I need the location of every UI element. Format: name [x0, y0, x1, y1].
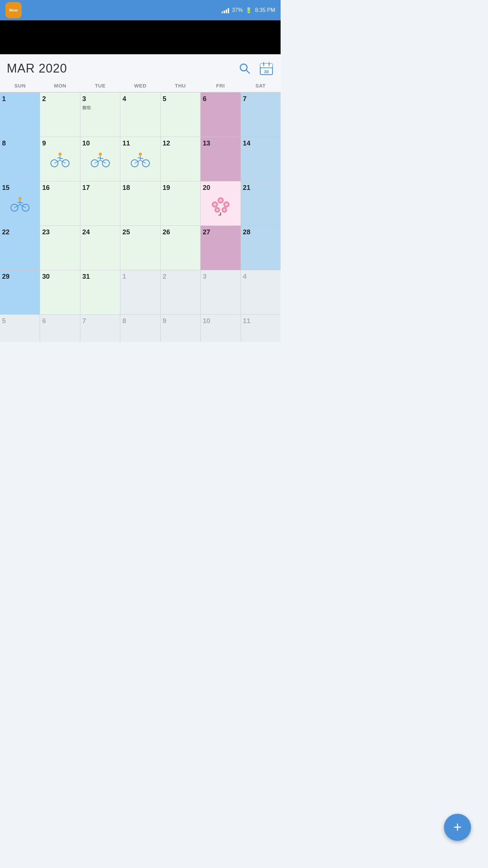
day-header-sat: SAT — [241, 79, 281, 92]
day-header-mon: MON — [40, 79, 80, 92]
day-header-thu: THU — [160, 79, 200, 92]
month-year-title: MAR 2020 — [7, 61, 67, 76]
cell-mar-1[interactable]: 1 — [0, 93, 40, 137]
cell-mar-2[interactable]: 2 — [40, 93, 80, 137]
today-button[interactable]: 30 — [259, 61, 274, 76]
cell-mar-8[interactable]: 8 — [0, 137, 40, 181]
cell-apr-9[interactable]: 9 — [161, 315, 200, 342]
svg-point-43 — [216, 209, 219, 211]
week-4: 22 23 24 25 26 27 28 — [0, 226, 281, 270]
svg-line-47 — [217, 214, 221, 216]
cell-apr-4[interactable]: 4 — [241, 270, 281, 314]
status-right: 37% 🔋 8:35 PM — [222, 7, 275, 14]
cell-mar-11[interactable]: 11 — [120, 137, 160, 181]
svg-point-24 — [139, 153, 142, 156]
black-banner — [0, 20, 281, 54]
day-header-wed: WED — [120, 79, 160, 92]
cell-mar-17[interactable]: 17 — [80, 181, 120, 225]
time-display: 8:35 PM — [255, 7, 275, 13]
day-header-tue: TUE — [80, 79, 120, 92]
svg-point-41 — [225, 203, 228, 206]
svg-line-1 — [246, 70, 249, 73]
cell-mar-13[interactable]: 13 — [201, 137, 240, 181]
day-header-sun: SUN — [0, 79, 40, 92]
sakura-event-20 — [203, 194, 238, 216]
cell-mar-31[interactable]: 31 — [80, 270, 120, 314]
cell-mar-10[interactable]: 10 — [80, 137, 120, 181]
cell-mar-3[interactable]: 3 雛祭 — [80, 93, 120, 137]
cell-mar-20[interactable]: 20 — [201, 181, 240, 225]
cell-mar-18[interactable]: 18 — [120, 181, 160, 225]
cell-mar-27[interactable]: 27 — [201, 226, 240, 270]
svg-point-37 — [219, 199, 222, 202]
calendar-header: MAR 2020 30 — [0, 54, 281, 79]
week-2: 8 9 10 — [0, 137, 281, 181]
cell-mar-19[interactable]: 19 — [161, 181, 200, 225]
cell-apr-1[interactable]: 1 — [120, 270, 160, 314]
cell-mar-15[interactable]: 15 — [0, 181, 40, 225]
svg-point-31 — [18, 197, 21, 200]
cell-mar-21[interactable]: 21 — [241, 181, 281, 225]
signal-icon — [222, 7, 229, 13]
week-6: 5 6 7 8 9 10 11 — [0, 315, 281, 342]
cell-apr-8[interactable]: 8 — [120, 315, 160, 342]
cell-mar-29[interactable]: 29 — [0, 270, 40, 314]
svg-point-17 — [99, 153, 102, 156]
cell-mar-7[interactable]: 7 — [241, 93, 281, 137]
battery-icon: 🔋 — [245, 7, 252, 14]
cell-apr-5[interactable]: 5 — [0, 315, 40, 342]
cycling-event-15 — [2, 194, 38, 213]
calendar-grid: 1 2 3 雛祭 4 5 6 7 8 9 — [0, 92, 281, 342]
cell-apr-6[interactable]: 6 — [40, 315, 80, 342]
day-header-fri: FRI — [200, 79, 240, 92]
cell-apr-11[interactable]: 11 — [241, 315, 281, 342]
cell-apr-7[interactable]: 7 — [80, 315, 120, 342]
cell-mar-24[interactable]: 24 — [80, 226, 120, 270]
status-bar: Wear 37% 🔋 8:35 PM — [0, 0, 281, 20]
search-button[interactable] — [237, 61, 252, 76]
cell-mar-6[interactable]: 6 — [201, 93, 240, 137]
cell-mar-9[interactable]: 9 — [40, 137, 80, 181]
cell-mar-30[interactable]: 30 — [40, 270, 80, 314]
week-5: 29 30 31 1 2 3 4 — [0, 270, 281, 314]
cycling-event-10 — [82, 149, 118, 168]
cycling-event-9 — [42, 149, 78, 168]
cell-mar-25[interactable]: 25 — [120, 226, 160, 270]
wear-app-icon[interactable]: Wear — [5, 2, 22, 18]
svg-point-39 — [213, 203, 217, 206]
cell-apr-2[interactable]: 2 — [161, 270, 200, 314]
week-3: 15 16 17 18 19 — [0, 181, 281, 225]
cycling-event-11 — [122, 149, 158, 168]
cell-mar-22[interactable]: 22 — [0, 226, 40, 270]
cell-mar-5[interactable]: 5 — [161, 93, 200, 137]
svg-text:30: 30 — [264, 69, 269, 74]
cell-mar-23[interactable]: 23 — [40, 226, 80, 270]
svg-point-10 — [59, 153, 62, 156]
svg-rect-3 — [260, 64, 272, 67]
cell-mar-12[interactable]: 12 — [161, 137, 200, 181]
header-icons: 30 — [237, 61, 274, 76]
cell-mar-14[interactable]: 14 — [241, 137, 281, 181]
cell-mar-26[interactable]: 26 — [161, 226, 200, 270]
cell-apr-10[interactable]: 10 — [201, 315, 240, 342]
cell-apr-3[interactable]: 3 — [201, 270, 240, 314]
battery-percentage: 37% — [232, 7, 243, 13]
day-headers: SUN MON TUE WED THU FRI SAT — [0, 79, 281, 92]
week-1: 1 2 3 雛祭 4 5 6 7 — [0, 93, 281, 137]
svg-point-45 — [223, 209, 226, 211]
cell-mar-4[interactable]: 4 — [120, 93, 160, 137]
cell-mar-16[interactable]: 16 — [40, 181, 80, 225]
event-hinamatsuri: 雛祭 — [82, 105, 91, 111]
cell-mar-28[interactable]: 28 — [241, 226, 281, 270]
